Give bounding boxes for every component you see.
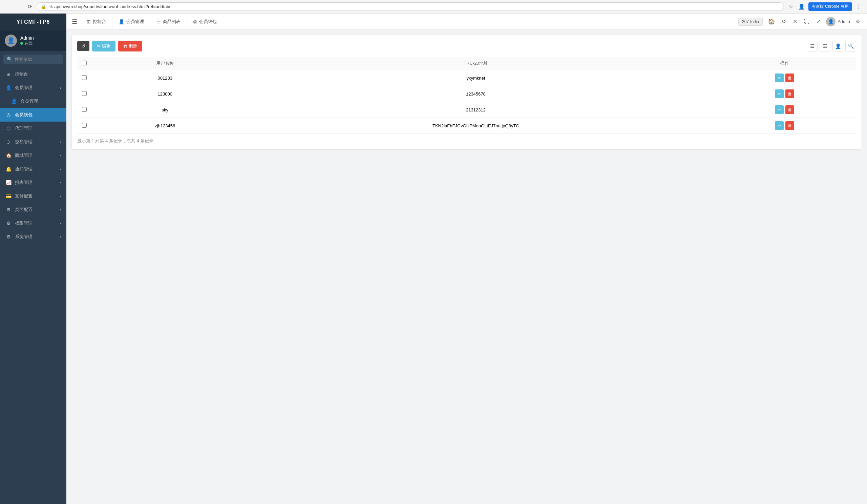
search-input[interactable] xyxy=(14,57,60,62)
avatar: 👤 xyxy=(5,34,17,47)
sidebar-item-report[interactable]: 📈 报表管理 › xyxy=(0,176,66,189)
chevron-right-icon: › xyxy=(60,207,61,212)
row-address: TKN2iaFbFJGvGUPMonGLtEJ7nutjpQ8yTC xyxy=(238,118,713,134)
sidebar-user: 👤 Admin 在线 xyxy=(0,31,66,51)
row-checkbox-cell xyxy=(77,86,92,102)
lock-icon: 🔒 xyxy=(41,4,46,9)
hamburger-button[interactable]: ☰ xyxy=(72,16,81,28)
row-edit-button[interactable]: ✏ xyxy=(775,89,784,98)
settings-button[interactable]: ⚙ xyxy=(854,17,861,26)
col-username: 用户名称 xyxy=(92,57,238,70)
row-edit-button[interactable]: ✏ xyxy=(775,74,784,82)
sidebar-item-sys[interactable]: ⚙ 系统管理 › xyxy=(0,230,66,244)
username-label: Admin xyxy=(20,35,34,41)
row-checkbox[interactable] xyxy=(82,75,87,80)
bookmark-button[interactable]: ☆ xyxy=(787,3,795,11)
expand-button[interactable]: ⛶ xyxy=(803,17,811,26)
user-view-button[interactable]: 👤 xyxy=(833,41,843,52)
dashboard-tab-icon: ⊞ xyxy=(87,19,91,24)
refresh-topbar-button[interactable]: ↺ xyxy=(780,17,788,26)
sidebar-item-label: 会员管理 xyxy=(20,98,38,104)
row-delete-button[interactable]: 🗑 xyxy=(785,121,794,130)
row-delete-button[interactable]: 🗑 xyxy=(785,74,794,82)
row-delete-button[interactable]: 🗑 xyxy=(785,105,794,114)
sidebar-item-label: 报表管理 xyxy=(15,180,32,186)
sidebar-item-agent[interactable]: ⬡ 代理管理 xyxy=(0,121,66,135)
chevron-right-icon: › xyxy=(60,167,61,171)
tab-member[interactable]: 👤 会员管理 xyxy=(113,13,150,30)
edit-button[interactable]: ✏ 编辑 xyxy=(92,41,116,52)
topbar-admin: 👤 Admin xyxy=(826,17,850,26)
row-checkbox[interactable] xyxy=(82,123,87,128)
chrome-promo-button[interactable]: 有新版 Chrome 可用 xyxy=(809,2,852,11)
row-actions: ✏ 🗑 xyxy=(713,86,856,102)
table-footer: 显示第 1 到第 4 条记录，总共 4 条记录 xyxy=(77,138,856,144)
col-actions: 操作 xyxy=(713,57,856,70)
row-username: sky xyxy=(92,102,238,118)
table-row: sky 21312312 ✏ 🗑 xyxy=(77,102,856,118)
row-address: 12345678 xyxy=(238,86,713,102)
tab-goods[interactable]: ☰ 商品列表 xyxy=(150,13,187,30)
row-username: 123000 xyxy=(92,86,238,102)
row-actions: ✏ 🗑 xyxy=(713,102,856,118)
grid-view-button[interactable]: ☷ xyxy=(820,41,831,52)
refresh-button[interactable]: ↺ xyxy=(77,41,89,51)
agent-icon: ⬡ xyxy=(6,126,11,131)
sidebar-item-label: 控制台 xyxy=(15,71,28,77)
tab-wallet[interactable]: ◎ 会员钱包 xyxy=(187,13,223,30)
perm-icon: ⚙ xyxy=(6,221,11,226)
sidebar-item-shop[interactable]: 🏠 商城管理 › xyxy=(0,149,66,162)
search-table-button[interactable]: 🔍 xyxy=(845,41,856,52)
content-panel: ↺ ✏ 编辑 🗑 删除 ☰ ☷ 👤 🔍 xyxy=(72,35,861,149)
sidebar-item-dashboard[interactable]: ⊞ 控制台 xyxy=(0,67,66,81)
sidebar-item-payment[interactable]: 💳 支付配置 › xyxy=(0,189,66,203)
sidebar-item-perm[interactable]: ⚙ 权限管理 › xyxy=(0,216,66,230)
row-actions: ✏ 🗑 xyxy=(713,70,856,86)
fullscreen-button[interactable]: ⤢ xyxy=(815,17,822,26)
row-actions: ✏ 🗑 xyxy=(713,118,856,134)
row-delete-button[interactable]: 🗑 xyxy=(785,89,794,98)
reload-button[interactable]: ⟳ xyxy=(26,3,34,11)
delete-button[interactable]: 🗑 删除 xyxy=(118,41,142,52)
home-button[interactable]: 🏠 xyxy=(767,17,776,26)
sidebar-item-member-mgmt[interactable]: 👤 会员管理 ‹ xyxy=(0,81,66,95)
sidebar-item-trade[interactable]: ₿ 交易管理 › xyxy=(0,135,66,149)
row-edit-button[interactable]: ✏ xyxy=(775,121,784,130)
report-icon: 📈 xyxy=(6,180,11,185)
sidebar-item-label: 权限管理 xyxy=(15,220,32,226)
back-button[interactable]: ← xyxy=(4,3,12,11)
search-icon: 🔍 xyxy=(7,56,12,62)
browser-chrome: ← → ⟳ 🔒 tik-api.hwym.shop/super/withdraw… xyxy=(0,0,867,13)
table-row: zjh123456 TKN2iaFbFJGvGUPMonGLtEJ7nutjpQ… xyxy=(77,118,856,134)
sidebar-item-label: 系统管理 xyxy=(15,234,32,240)
sidebar-brand: YFCMF-TP6 xyxy=(0,13,66,31)
sidebar-item-label: 支付配置 xyxy=(15,193,32,199)
notify-icon: 🔔 xyxy=(6,166,11,172)
row-checkbox[interactable] xyxy=(82,91,87,96)
table-row: 001233 yxymknet ✏ 🗑 xyxy=(77,70,856,86)
sidebar-item-notify[interactable]: 🔔 通知管理 › xyxy=(0,162,66,176)
delete-icon: 🗑 xyxy=(123,44,127,49)
menu-button[interactable]: ⋮ xyxy=(855,3,863,11)
row-checkbox[interactable] xyxy=(82,107,87,112)
wallet-icon: ◎ xyxy=(6,112,11,118)
col-checkbox xyxy=(77,57,92,70)
chevron-right-icon: › xyxy=(60,194,61,199)
search-menu-container[interactable]: 🔍 xyxy=(3,55,63,64)
forward-button[interactable]: → xyxy=(15,3,23,11)
member-tab-icon: 👤 xyxy=(119,19,124,24)
select-all-checkbox[interactable] xyxy=(82,61,87,65)
sidebar-item-label: 交易管理 xyxy=(15,139,32,145)
chevron-right-icon: › xyxy=(60,180,61,185)
sidebar-item-page-cfg[interactable]: ⚙ 页面配置 › xyxy=(0,203,66,216)
close-tab-button[interactable]: ✕ xyxy=(791,17,799,26)
tab-dashboard[interactable]: ⊞ 控制台 xyxy=(81,13,113,30)
wallet-tab-icon: ◎ xyxy=(193,19,197,24)
sidebar-item-wallet[interactable]: ◎ 会员钱包 xyxy=(0,108,66,121)
address-bar: 🔒 tik-api.hwym.shop/super/withdrawal_add… xyxy=(36,2,784,11)
row-edit-button[interactable]: ✏ xyxy=(775,105,784,114)
col-address: TRC-20地址 xyxy=(238,57,713,70)
profile-button[interactable]: 👤 xyxy=(798,3,806,11)
sidebar-item-member-sub[interactable]: 👤 会员管理 xyxy=(0,95,66,108)
list-view-button[interactable]: ☰ xyxy=(807,41,817,52)
